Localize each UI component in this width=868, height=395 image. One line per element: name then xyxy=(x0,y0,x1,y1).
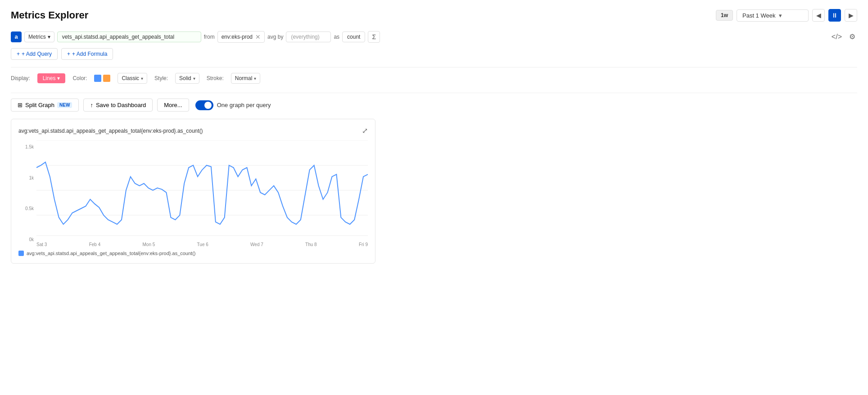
query-row: a Metrics ▾ vets_api.statsd.api_appeals_… xyxy=(11,31,857,43)
split-graph-label: Split Graph xyxy=(25,102,54,108)
y-label-1k: 1k xyxy=(29,175,34,180)
stroke-select[interactable]: Normal ▾ xyxy=(231,73,261,84)
pause-button[interactable]: ⏸ xyxy=(828,9,841,22)
chart-title: avg:vets_api.statsd.api_appeals_get_appe… xyxy=(18,128,203,134)
add-formula-label: + Add Formula xyxy=(72,51,107,57)
swatch-orange-icon xyxy=(103,75,110,82)
display-lines-button[interactable]: Lines ▾ xyxy=(37,73,66,83)
stroke-chevron-icon: ▾ xyxy=(254,76,256,81)
style-select[interactable]: Solid ▾ xyxy=(175,73,199,84)
time-range-label: Past 1 Week xyxy=(742,12,775,19)
legend-label: avg:vets_api.statsd.api_appeals_get_appe… xyxy=(27,251,195,256)
x-label-wed7: Wed 7 xyxy=(250,242,263,247)
color-preset-label: Classic xyxy=(122,75,139,81)
chart-container: avg:vets_api.statsd.api_appeals_get_appe… xyxy=(11,119,375,264)
alias-field[interactable]: count xyxy=(342,31,365,42)
toggle-label: One graph per query xyxy=(217,102,271,108)
more-label: More... xyxy=(164,102,182,108)
toggle-row: One graph per query xyxy=(195,100,271,110)
code-icon-button[interactable]: </> xyxy=(830,31,844,43)
add-query-label: + Add Query xyxy=(22,51,52,57)
y-axis: 1.5k 1k 0.5k 0k xyxy=(18,140,36,239)
style-chevron-icon: ▾ xyxy=(193,76,195,81)
one-graph-toggle[interactable] xyxy=(195,100,213,110)
query-type-label: Metrics xyxy=(28,34,46,40)
color-preset-chevron-icon: ▾ xyxy=(141,76,143,81)
x-label-feb4: Feb 4 xyxy=(89,242,101,247)
display-label: Display: xyxy=(11,75,30,81)
chart-inner xyxy=(36,140,368,240)
filter-value: env:eks-prod xyxy=(222,34,253,40)
time-forward-button[interactable]: ▶ xyxy=(845,9,857,22)
legend-color-icon xyxy=(18,251,24,256)
save-to-dashboard-button[interactable]: ↑ Save to Dashboard xyxy=(83,99,153,112)
toggle-slider xyxy=(195,100,213,110)
groupby-field[interactable]: (everything) xyxy=(286,31,331,42)
x-axis-wrapper: Sat 3 Feb 4 Mon 5 Tue 6 Wed 7 Thu 8 Fri … xyxy=(36,242,368,247)
time-chevron-icon: ▾ xyxy=(779,12,782,19)
page-title: Metrics Explorer xyxy=(11,9,88,21)
time-badge: 1w xyxy=(716,10,733,21)
as-label: as xyxy=(334,34,339,40)
time-range-select[interactable]: Past 1 Week ▾ xyxy=(737,9,809,22)
expand-button[interactable]: ⤢ xyxy=(362,126,368,135)
y-label-0k: 0k xyxy=(29,237,34,242)
color-label: Color: xyxy=(72,75,87,81)
stroke-value-label: Normal xyxy=(235,75,253,81)
filter-field[interactable]: env:eks-prod ✕ xyxy=(217,31,265,43)
query-type-chevron-icon: ▾ xyxy=(48,34,50,40)
swatch-blue-icon xyxy=(94,75,101,82)
color-swatch xyxy=(94,75,110,82)
toolbar-row: ⊞ Split Graph NEW ↑ Save to Dashboard Mo… xyxy=(11,99,857,112)
y-label-0.5k: 0.5k xyxy=(25,206,34,211)
filter-clear-button[interactable]: ✕ xyxy=(255,33,261,40)
from-label: from xyxy=(204,34,215,40)
save-upload-icon: ↑ xyxy=(90,102,93,108)
x-label-thu8: Thu 8 xyxy=(305,242,317,247)
split-graph-grid-icon: ⊞ xyxy=(18,102,23,108)
query-actions: + + Add Query + + Add Formula xyxy=(11,48,857,60)
chart-legend: avg:vets_api.statsd.api_appeals_get_appe… xyxy=(18,251,368,256)
chart-title-row: avg:vets_api.statsd.api_appeals_get_appe… xyxy=(18,126,368,135)
display-row: Display: Lines ▾ Color: Classic ▾ Style:… xyxy=(11,73,857,84)
sigma-button[interactable]: Σ xyxy=(368,31,380,43)
query-label: a xyxy=(11,31,22,42)
more-button[interactable]: More... xyxy=(157,99,189,112)
time-back-button[interactable]: ◀ xyxy=(812,9,825,22)
new-badge: NEW xyxy=(57,102,72,108)
save-to-dashboard-label: Save to Dashboard xyxy=(96,102,146,108)
x-label-fri9: Fri 9 xyxy=(359,242,368,247)
metric-name-field[interactable]: vets_api.statsd.api_appeals_get_appeals_… xyxy=(57,31,201,42)
settings-icon-button[interactable]: ⚙ xyxy=(847,31,857,43)
stroke-label: Stroke: xyxy=(207,75,224,81)
x-label-sat3: Sat 3 xyxy=(36,242,47,247)
chart-wrapper: 1.5k 1k 0.5k 0k xyxy=(18,140,368,240)
add-formula-button[interactable]: + + Add Formula xyxy=(61,48,113,60)
style-label: Style: xyxy=(154,75,168,81)
add-query-button[interactable]: + + Add Query xyxy=(11,48,58,60)
lines-chevron-icon: ▾ xyxy=(57,75,60,81)
add-query-plus-icon: + xyxy=(17,51,20,57)
split-graph-button[interactable]: ⊞ Split Graph NEW xyxy=(11,99,79,112)
color-preset-select[interactable]: Classic ▾ xyxy=(118,73,147,84)
divider-2 xyxy=(11,93,857,93)
y-label-1.5k: 1.5k xyxy=(25,144,34,149)
x-label-tue6: Tue 6 xyxy=(197,242,208,247)
add-formula-plus-icon: + xyxy=(67,51,70,57)
x-label-mon5: Mon 5 xyxy=(143,242,155,247)
avg-label: avg by xyxy=(267,34,283,40)
style-value-label: Solid xyxy=(179,75,191,81)
query-type-select[interactable]: Metrics ▾ xyxy=(24,31,54,42)
chart-svg xyxy=(36,140,368,240)
x-axis: Sat 3 Feb 4 Mon 5 Tue 6 Wed 7 Thu 8 Fri … xyxy=(36,242,368,247)
divider-1 xyxy=(11,67,857,67)
lines-label: Lines xyxy=(43,75,56,81)
